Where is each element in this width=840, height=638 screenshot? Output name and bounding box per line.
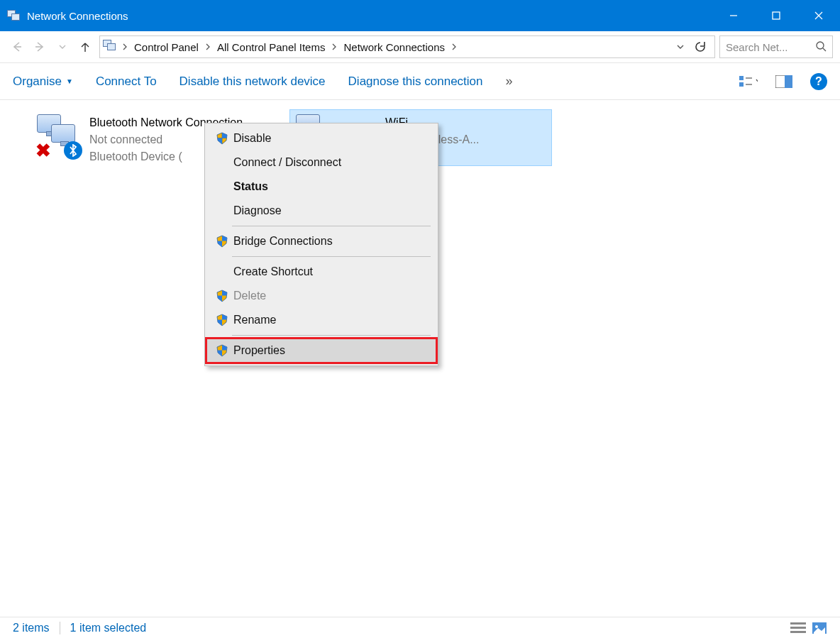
shield-icon (212, 132, 232, 145)
ctx-properties[interactable]: Properties (206, 339, 436, 363)
help-button[interactable]: ? (810, 73, 827, 90)
chevron-right-icon[interactable] (203, 43, 213, 51)
search-icon (815, 40, 827, 54)
statusbar: 2 items 1 item selected (0, 617, 840, 638)
svg-point-18 (815, 625, 818, 628)
shield-icon (212, 344, 232, 357)
status-separator (60, 622, 60, 634)
chevron-right-icon[interactable] (120, 43, 130, 51)
organise-label: Organise (13, 75, 62, 89)
svg-rect-8 (739, 76, 744, 80)
shield-icon (212, 235, 232, 248)
overflow-button[interactable]: » (506, 74, 513, 89)
back-button[interactable] (7, 37, 27, 57)
ctx-label: Delete (232, 290, 266, 302)
ctx-status[interactable]: Status (206, 175, 436, 199)
svg-rect-16 (790, 631, 806, 633)
minimize-button[interactable] (712, 0, 755, 31)
window-icon (7, 9, 21, 23)
forward-button[interactable] (30, 37, 50, 57)
icons-view-button[interactable] (812, 622, 827, 634)
ctx-label: Diagnose (232, 204, 282, 217)
shield-icon (212, 314, 232, 326)
bluetooth-connection-icon: ✖ (34, 113, 89, 163)
diagnose-label: Diagnose this connection (348, 75, 483, 89)
svg-point-6 (817, 42, 824, 49)
status-selected: 1 item selected (70, 622, 147, 634)
ctx-label: Bridge Connections (232, 235, 333, 248)
ctx-diagnose[interactable]: Diagnose (206, 199, 436, 223)
ctx-delete: Delete (206, 284, 436, 308)
window-title: Network Connections (27, 10, 128, 22)
svg-rect-14 (790, 622, 806, 625)
chevron-right-icon[interactable] (449, 43, 459, 51)
svg-line-7 (823, 48, 826, 51)
status-count: 2 items (13, 622, 50, 634)
chevron-down-icon[interactable] (676, 43, 685, 51)
view-options-button[interactable] (739, 74, 758, 89)
content-area: ✖ Bluetooth Network Connection Not conne… (0, 100, 840, 617)
shield-icon (212, 290, 232, 302)
ctx-separator (232, 256, 431, 257)
ctx-disable[interactable]: Disable (206, 126, 436, 150)
preview-pane-button[interactable] (775, 74, 793, 89)
connect-to-label: Connect To (96, 75, 157, 89)
navbar: Control Panel All Control Panel Items Ne… (0, 31, 840, 63)
search-placeholder: Search Net... (726, 41, 788, 53)
ctx-rename[interactable]: Rename (206, 308, 436, 332)
search-input[interactable]: Search Net... (719, 35, 833, 58)
svg-rect-13 (785, 75, 792, 88)
ctx-connect-disconnect[interactable]: Connect / Disconnect (206, 150, 436, 175)
maximize-button[interactable] (755, 0, 797, 31)
refresh-icon[interactable] (693, 40, 707, 53)
organise-menu[interactable]: Organise▼ (13, 75, 73, 89)
addressbar[interactable]: Control Panel All Control Panel Items Ne… (99, 35, 715, 58)
ctx-bridge[interactable]: Bridge Connections (206, 229, 436, 253)
ctx-separator (232, 335, 431, 336)
diagnose-button[interactable]: Diagnose this connection (348, 75, 483, 89)
ctx-label: Rename (232, 314, 276, 326)
ctx-label: Properties (232, 344, 285, 357)
ctx-label: Status (232, 180, 268, 193)
context-menu: Disable Connect / Disconnect Status Diag… (204, 123, 438, 366)
details-view-button[interactable] (790, 622, 806, 634)
titlebar: Network Connections (0, 0, 840, 31)
breadcrumb-item[interactable]: Control Panel (130, 41, 203, 53)
connect-to-button[interactable]: Connect To (96, 75, 157, 89)
disable-label: Disable this network device (179, 75, 326, 89)
svg-rect-15 (790, 627, 806, 629)
command-bar: Organise▼ Connect To Disable this networ… (0, 63, 840, 100)
close-button[interactable] (797, 0, 840, 31)
ctx-create-shortcut[interactable]: Create Shortcut (206, 260, 436, 284)
svg-rect-9 (739, 82, 744, 87)
ctx-label: Create Shortcut (232, 265, 313, 278)
breadcrumb-item[interactable]: All Control Panel Items (213, 41, 330, 53)
ctx-label: Disable (232, 132, 271, 145)
breadcrumb-item[interactable]: Network Connections (339, 41, 449, 53)
chevron-right-icon[interactable] (329, 43, 339, 51)
disable-device-button[interactable]: Disable this network device (179, 75, 326, 89)
up-button[interactable] (75, 37, 95, 57)
ctx-label: Connect / Disconnect (232, 156, 341, 169)
ctx-separator (232, 226, 431, 226)
svg-rect-1 (773, 12, 780, 19)
address-icon (103, 40, 120, 54)
recent-dropdown[interactable] (52, 37, 72, 57)
